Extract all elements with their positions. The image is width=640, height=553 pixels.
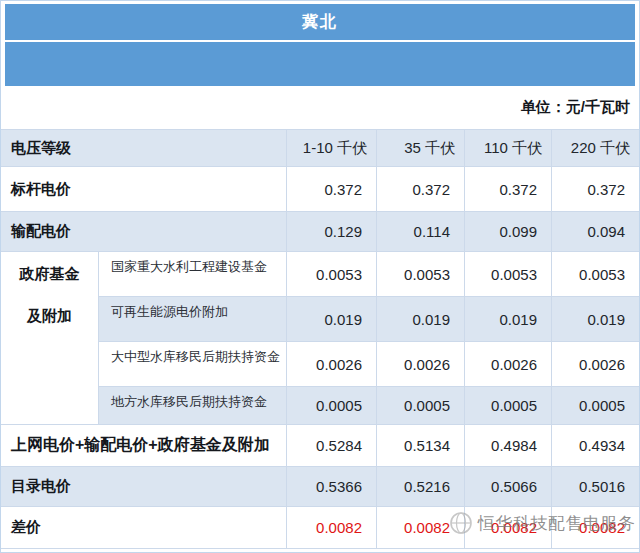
- value-cell: 0.0053: [376, 252, 464, 296]
- subrow-label: 地方水库移民后期扶持资金: [98, 387, 286, 424]
- gov-fund-label-line1: 政府基金: [20, 265, 80, 284]
- value-cell-red: 0.0082: [376, 507, 464, 548]
- row-label: 差价: [1, 507, 286, 548]
- value-cell: 0.0005: [551, 387, 639, 424]
- value-cell-red: 0.0082: [286, 507, 376, 548]
- row-label: 标杆电价: [1, 167, 286, 211]
- gov-fund-group: 政府基金 及附加 国家重大水利工程建设基金 0.0053 0.0053 0.00…: [1, 252, 639, 425]
- value-cell: 0.372: [464, 167, 551, 211]
- value-cell: 0.5284: [286, 425, 376, 466]
- value-cell: 0.4934: [551, 425, 639, 466]
- table-row-total-price: 上网电价+输配电价+政府基金及附加 0.5284 0.5134 0.4984 0…: [1, 425, 639, 467]
- col-header-1-10kv: 1-10 千伏: [286, 130, 376, 166]
- value-cell: 0.019: [464, 297, 551, 341]
- region-header-band: 冀北: [5, 4, 635, 40]
- value-cell: 0.0026: [376, 342, 464, 386]
- voltage-level-label: 电压等级: [1, 130, 286, 166]
- value-cell: 0.0026: [551, 342, 639, 386]
- value-cell: 0.0005: [286, 387, 376, 424]
- col-header-220kv: 220 千伏: [551, 130, 639, 166]
- value-cell: 0.094: [551, 212, 639, 251]
- row-label: 目录电价: [1, 467, 286, 506]
- region-title: 冀北: [302, 12, 338, 33]
- subrow-label: 大中型水库移民后期扶持资金: [98, 342, 286, 386]
- gov-fund-label-line2: 及附加: [27, 307, 72, 326]
- value-cell: 0.019: [551, 297, 639, 341]
- value-cell: 0.372: [286, 167, 376, 211]
- table-row-voltage-header: 电压等级 1-10 千伏 35 千伏 110 千伏 220 千伏: [1, 130, 639, 167]
- value-cell: 0.372: [551, 167, 639, 211]
- value-cell: 0.4984: [464, 425, 551, 466]
- table-row-transmission-price: 输配电价 0.129 0.114 0.099 0.094: [1, 212, 639, 252]
- value-cell: 0.0053: [286, 252, 376, 296]
- value-cell: 0.0005: [376, 387, 464, 424]
- unit-label: 单位：元/千瓦时: [1, 86, 639, 129]
- value-cell: 0.5066: [464, 467, 551, 506]
- subrow-label: 国家重大水利工程建设基金: [98, 252, 286, 296]
- value-cell: 0.5016: [551, 467, 639, 506]
- row-label: 上网电价+输配电价+政府基金及附加: [1, 425, 286, 466]
- value-cell: 0.099: [464, 212, 551, 251]
- gov-fund-merged-label: 政府基金 及附加: [1, 252, 98, 425]
- col-header-110kv: 110 千伏: [464, 130, 551, 166]
- value-cell-red: 0.0082: [464, 507, 551, 548]
- value-cell: 0.114: [376, 212, 464, 251]
- value-cell: 0.0005: [464, 387, 551, 424]
- value-cell: 0.019: [376, 297, 464, 341]
- value-cell: 0.0053: [551, 252, 639, 296]
- table-row-local-reservoir-fund: 地方水库移民后期扶持资金 0.0005 0.0005 0.0005 0.0005: [98, 387, 639, 425]
- table-row-price-difference: 差价 0.0082 0.0082 0.0082 0.0082: [1, 507, 639, 549]
- value-cell: 0.0053: [464, 252, 551, 296]
- value-cell: 0.0026: [464, 342, 551, 386]
- value-cell: 0.5216: [376, 467, 464, 506]
- value-cell: 0.019: [286, 297, 376, 341]
- table-row-catalog-price: 目录电价 0.5366 0.5216 0.5066 0.5016: [1, 467, 639, 507]
- empty-header-band: [5, 42, 635, 86]
- table-row-large-reservoir-fund: 大中型水库移民后期扶持资金 0.0026 0.0026 0.0026 0.002…: [98, 342, 639, 387]
- value-cell: 0.0026: [286, 342, 376, 386]
- subrow-label: 可再生能源电价附加: [98, 297, 286, 341]
- price-table-page: 冀北 单位：元/千瓦时 电压等级 1-10 千伏 35 千伏 110 千伏 22…: [0, 0, 640, 553]
- row-label: 输配电价: [1, 212, 286, 251]
- gov-fund-subrows: 国家重大水利工程建设基金 0.0053 0.0053 0.0053 0.0053…: [98, 252, 639, 425]
- value-cell: 0.129: [286, 212, 376, 251]
- value-cell-red: 0.0082: [551, 507, 639, 548]
- col-header-35kv: 35 千伏: [376, 130, 464, 166]
- value-cell: 0.372: [376, 167, 464, 211]
- value-cell: 0.5134: [376, 425, 464, 466]
- table-row-benchmark-price: 标杆电价 0.372 0.372 0.372 0.372: [1, 167, 639, 212]
- price-table: 电压等级 1-10 千伏 35 千伏 110 千伏 220 千伏 标杆电价 0.…: [1, 129, 639, 549]
- value-cell: 0.5366: [286, 467, 376, 506]
- table-row-national-water-fund: 国家重大水利工程建设基金 0.0053 0.0053 0.0053 0.0053: [98, 252, 639, 297]
- table-row-renewable-surcharge: 可再生能源电价附加 0.019 0.019 0.019 0.019: [98, 297, 639, 342]
